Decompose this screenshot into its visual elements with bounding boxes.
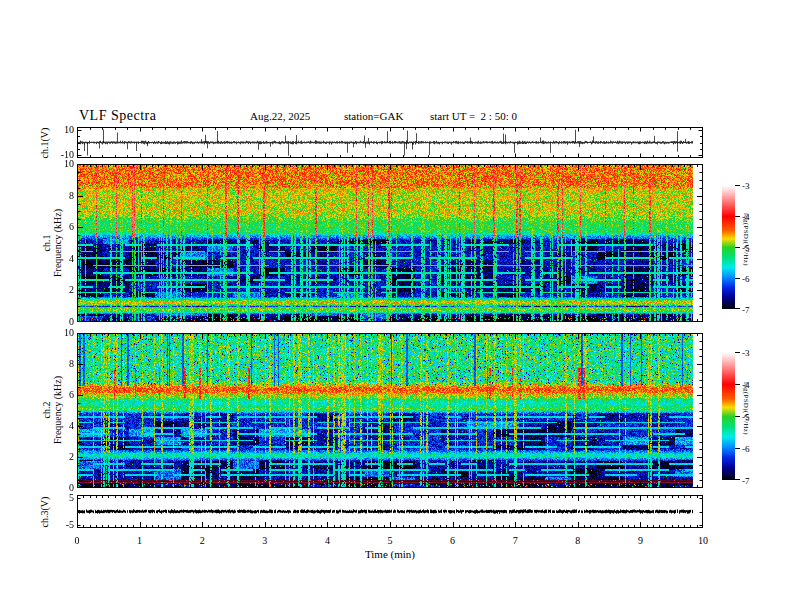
time-xtick: 3 (250, 535, 280, 547)
time-axis-label: Time (min) (330, 548, 450, 560)
start-ut-label: start UT = 2 : 50: 0 (430, 110, 517, 122)
time-xtick: 2 (187, 535, 217, 547)
ch2-spec-ytick: 6 (48, 389, 74, 401)
page-title: VLF Spectra (79, 108, 156, 124)
ch2-spec-ytick: 8 (48, 358, 74, 370)
ch1-wave-ytick: 10 (48, 124, 74, 136)
colorbar-tick: -7 (742, 304, 750, 316)
colorbar-tick: -3 (742, 180, 750, 192)
time-xtick: 5 (375, 535, 405, 547)
time-xtick: 8 (563, 535, 593, 547)
colorbar-tick: -5 (742, 411, 750, 423)
ch2-spectrogram-canvas (77, 333, 703, 488)
ch3-ytick: -5 (48, 519, 74, 531)
ch3-ytick: 5 (48, 492, 74, 504)
colorbar-tick: -3 (742, 347, 750, 359)
ch1-spec-ytick: 2 (48, 284, 74, 296)
colorbar-tick: -6 (742, 443, 750, 455)
ch1-waveform-canvas (77, 127, 703, 158)
time-xtick: 1 (125, 535, 155, 547)
ch2-spec-ytick: 10 (48, 327, 74, 339)
colorbar-tick: -6 (742, 273, 750, 285)
time-xtick: 0 (62, 535, 92, 547)
ch1-spec-ytick: 8 (48, 190, 74, 202)
vlf-spectra-plot: VLF Spectra Aug.22, 2025 station=GAK sta… (0, 0, 792, 612)
colorbar-tick: -4 (742, 379, 750, 391)
time-xtick: 4 (312, 535, 342, 547)
ch1-spec-ytick: 10 (48, 158, 74, 170)
ch1-spec-ylabel-line2: Frequency (kHz) (52, 209, 63, 277)
ch1-spectrogram-canvas (77, 164, 703, 322)
time-xtick: 7 (500, 535, 530, 547)
time-xtick: 10 (688, 535, 718, 547)
ch2-spec-ylabel-line2: Frequency (kHz) (52, 376, 63, 444)
ch1-spec-ytick: 4 (48, 253, 74, 265)
ch2-spec-ytick: 2 (48, 451, 74, 463)
ch1-spec-ylabel-line1: ch.1 (41, 209, 52, 277)
colorbar-tick: -4 (742, 211, 750, 223)
ch3-waveform-canvas (77, 495, 703, 528)
colorbar-tick: -7 (742, 475, 750, 487)
colorbar-ch1-canvas (722, 185, 742, 309)
colorbar-tick: -5 (742, 242, 750, 254)
station-label: station=GAK (344, 110, 403, 122)
time-xtick: 6 (438, 535, 468, 547)
time-xtick: 9 (625, 535, 655, 547)
date-label: Aug.22, 2025 (250, 110, 310, 122)
ch2-spec-ytick: 4 (48, 420, 74, 432)
ch1-spec-ytick: 6 (48, 221, 74, 233)
ch2-spec-ylabel-line1: ch.2 (41, 376, 52, 444)
ch1-spec-ylabel: ch.1 Frequency (kHz) (41, 209, 63, 277)
colorbar-ch2-canvas (722, 352, 742, 480)
ch2-spec-ylabel: ch.2 Frequency (kHz) (41, 376, 63, 444)
